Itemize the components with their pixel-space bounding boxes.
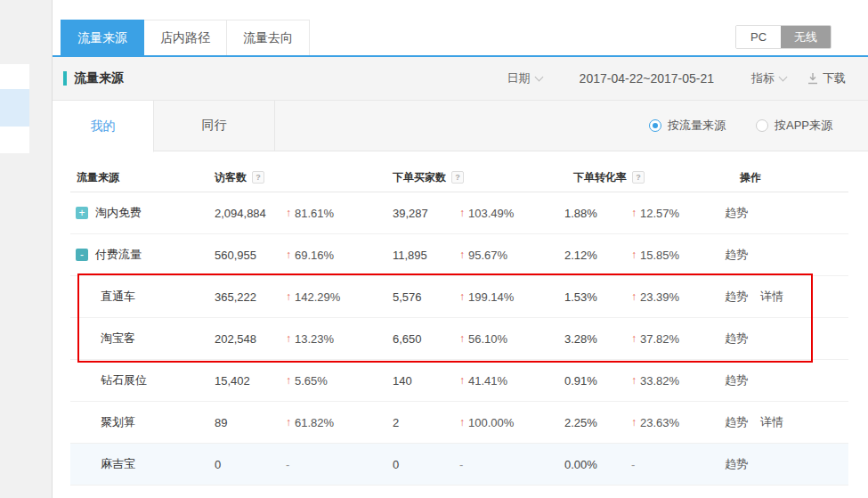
tab-instore-path[interactable]: 店内路径	[144, 20, 227, 55]
table-row: -付费流量560,955↑69.16%11,895↑95.67%2.12%↑15…	[70, 234, 848, 276]
conversion-value: 1.53%	[564, 290, 631, 304]
visitors-change: -	[286, 458, 393, 471]
radio-by-app-source[interactable]: 按APP来源	[756, 118, 832, 134]
visitors-change-value: 61.82%	[295, 416, 334, 429]
col-header-label: 下单转化率	[573, 170, 627, 185]
up-arrow-icon: ↑	[286, 416, 291, 429]
visitors-change: ↑81.61%	[286, 207, 393, 220]
tab-mine[interactable]: 我的	[53, 101, 154, 152]
buyers-change: ↑56.10%	[459, 332, 564, 346]
trend-link[interactable]: 趋势	[725, 372, 748, 388]
table-row: 直通车365,222↑142.29%5,576↑199.14%1.53%↑23.…	[70, 276, 848, 318]
up-arrow-icon: ↑	[631, 290, 637, 303]
visitors-value: 365,222	[215, 290, 286, 304]
section-title-wrap: 流量来源	[63, 70, 124, 86]
conversion-value: 1.88%	[564, 207, 631, 220]
up-arrow-icon: ↑	[286, 290, 291, 303]
expand-icon[interactable]: +	[76, 207, 88, 219]
conversion-change-value: 23.39%	[640, 290, 679, 304]
visitors-change-value: 142.29%	[295, 290, 340, 304]
collapsed-sidebar-selected-item[interactable]	[0, 89, 29, 127]
buyers-change: ↑199.14%	[459, 290, 564, 304]
buyers-change-value: 199.14%	[468, 290, 514, 304]
buyers-change-value: 41.41%	[468, 374, 507, 388]
buyers-value: 39,287	[393, 207, 459, 220]
buyers-change-value: 56.10%	[468, 332, 507, 346]
up-arrow-icon: ↑	[631, 332, 637, 345]
radio-unselected-icon	[756, 119, 768, 132]
conversion-change: ↑23.63%	[631, 416, 725, 429]
visitors-change: ↑5.65%	[286, 374, 393, 388]
trend-link[interactable]: 趋势	[725, 456, 748, 472]
view-tab-bar: 我的 同行 按流量来源 按APP来源	[53, 100, 868, 151]
visitors-change-value: 81.61%	[295, 207, 334, 220]
visitors-value: 15,402	[215, 374, 286, 388]
radio-by-traffic-source[interactable]: 按流量来源	[649, 118, 726, 134]
help-icon[interactable]: ?	[252, 171, 264, 184]
visitors-value: 560,955	[215, 249, 286, 262]
buyers-change-value: 100.00%	[468, 416, 514, 429]
source-name: 付费流量	[95, 247, 142, 263]
title-accent-bar	[63, 71, 67, 86]
col-header-source: 流量来源	[70, 170, 215, 185]
help-icon[interactable]: ?	[632, 171, 645, 184]
actions-cell: 趋势	[725, 456, 848, 472]
col-header-actions: 操作	[725, 170, 848, 185]
up-arrow-icon: ↑	[459, 332, 465, 345]
wireless-toggle-button[interactable]: 无线	[781, 26, 831, 48]
pc-toggle-button[interactable]: PC	[736, 26, 781, 48]
up-arrow-icon: ↑	[459, 416, 465, 429]
buyers-change-value: 103.49%	[468, 207, 514, 220]
table-row: 麻吉宝0-0-0.00%-趋势	[70, 444, 848, 486]
tab-peers[interactable]: 同行	[154, 101, 275, 151]
source-name: 淘内免费	[95, 205, 142, 221]
trend-link[interactable]: 趋势	[725, 205, 748, 221]
table-body: +淘内免费2,094,884↑81.61%39,287↑103.49%1.88%…	[70, 192, 848, 486]
trend-link[interactable]: 趋势	[725, 331, 748, 347]
source-name: 钻石展位	[70, 372, 147, 388]
section-title: 流量来源	[74, 70, 124, 86]
trend-link[interactable]: 趋势	[725, 247, 748, 263]
visitors-change-value: 69.16%	[295, 249, 334, 262]
buyers-value: 5,576	[393, 290, 459, 304]
up-arrow-icon: ↑	[631, 207, 637, 219]
buyers-value: 6,650	[393, 332, 459, 346]
main-panel: 流量来源 店内路径 流量去向 PC 无线 流量来源 日期 2017-04-22~…	[53, 0, 868, 498]
tab-traffic-source[interactable]: 流量来源	[61, 20, 144, 55]
conversion-change: ↑15.85%	[631, 249, 725, 262]
visitors-value: 0	[215, 458, 286, 471]
traffic-source-table: 流量来源 访客数 ? 下单买家数 ? 下单转化率 ? 操作 +淘内免费2,094…	[70, 163, 848, 486]
actions-cell: 趋势详情	[725, 414, 848, 430]
buyers-change: -	[459, 458, 564, 471]
conversion-change-value: 15.85%	[640, 249, 679, 262]
table-header-row: 流量来源 访客数 ? 下单买家数 ? 下单转化率 ? 操作	[70, 163, 848, 192]
up-arrow-icon: ↑	[286, 207, 291, 219]
collapse-icon[interactable]: -	[76, 249, 88, 261]
buyers-change: ↑95.67%	[459, 249, 564, 262]
tab-traffic-destination[interactable]: 流量去向	[227, 20, 310, 55]
trend-link[interactable]: 趋势	[725, 414, 748, 430]
radio-label: 按APP来源	[775, 118, 832, 134]
visitors-change-empty: -	[286, 458, 289, 471]
chevron-down-icon	[779, 72, 788, 81]
table-row: 聚划算89↑61.82%2↑100.00%2.25%↑23.63%趋势详情	[70, 402, 848, 444]
date-dropdown[interactable]: 日期	[507, 70, 542, 86]
conversion-change-value: 23.63%	[640, 416, 679, 429]
actions-cell: 趋势详情	[725, 289, 848, 305]
radio-selected-icon	[649, 119, 661, 132]
metrics-dropdown-label: 指标	[751, 70, 775, 86]
section-controls: 日期 2017-04-22~2017-05-21 指标 下载	[507, 70, 868, 86]
help-icon[interactable]: ?	[451, 171, 464, 184]
download-button[interactable]: 下载	[807, 70, 846, 86]
up-arrow-icon: ↑	[286, 332, 291, 345]
trend-link[interactable]: 趋势	[725, 289, 748, 305]
detail-link[interactable]: 详情	[760, 289, 783, 305]
download-label: 下载	[823, 70, 846, 86]
metrics-dropdown[interactable]: 指标	[751, 70, 786, 86]
col-header-buyers: 下单买家数 ?	[393, 170, 564, 185]
detail-link[interactable]: 详情	[760, 414, 783, 430]
date-range-value[interactable]: 2017-04-22~2017-05-21	[580, 71, 714, 86]
source-name-cell: -付费流量	[70, 247, 215, 263]
actions-cell: 趋势	[725, 372, 848, 388]
conversion-change-empty: -	[631, 458, 635, 471]
